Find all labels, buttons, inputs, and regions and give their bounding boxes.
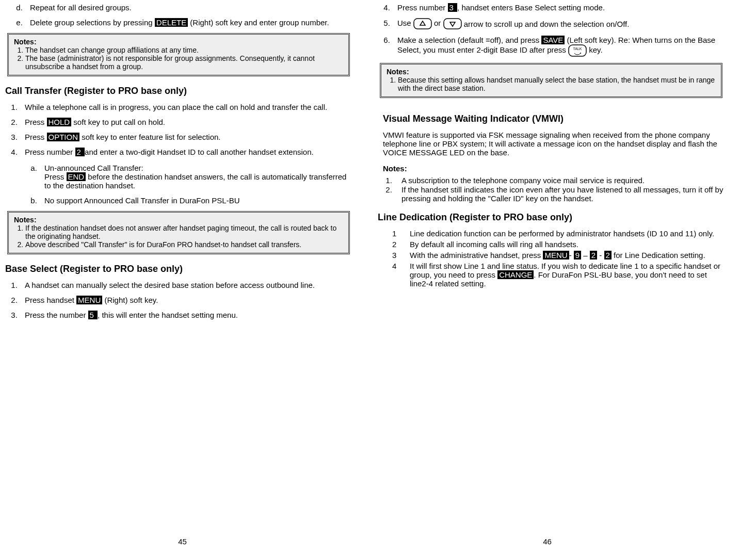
text: and enter a two-digit Handset ID to call… — [85, 148, 314, 156]
text: By default all incoming calls will ring … — [410, 240, 578, 249]
notes-title: Notes: — [14, 216, 343, 224]
num: 4 — [392, 262, 410, 288]
vmwi-note-2: If the handset still indicates the icon … — [394, 185, 725, 203]
bs-step-5: Use or arrow to scroll up and down the s… — [392, 18, 725, 29]
vmwi-notes-title: Notes: — [383, 164, 725, 173]
notes-box-2: Notes: If the destination handset does n… — [7, 211, 350, 254]
text: Press number — [25, 148, 75, 156]
text: Line dedication function can be performe… — [410, 229, 714, 238]
option-key: OPTION — [47, 133, 80, 141]
save-key: SAVE — [541, 36, 565, 44]
text: Press — [44, 172, 67, 181]
bs-step-1: A handset can manually select the desire… — [20, 281, 352, 289]
vmwi-section: Visual Message Waiting Indicator (VMWI) … — [378, 114, 725, 203]
ct-step-4a: Un-announced Call Transfer: Press END be… — [39, 164, 352, 190]
heading-call-transfer: Call Transfer (Register to PRO base only… — [5, 86, 352, 96]
note-2: Above described "Call Transfer" is for D… — [25, 240, 343, 249]
notes-list: Because this setting allows handset manu… — [387, 76, 716, 92]
key-2b: 2 — [604, 251, 612, 260]
talk-key-icon: TALK — [568, 44, 587, 57]
heading-vmwi: Visual Message Waiting Indicator (VMWI) — [383, 114, 725, 124]
page-number-left: 45 — [0, 537, 365, 546]
base-select-steps-continued: Press number 3 , handset enters Base Sel… — [378, 3, 725, 57]
svg-text:TALK: TALK — [573, 47, 582, 51]
page-right: Press number 3 , handset enters Base Sel… — [365, 0, 730, 551]
hold-key: HOLD — [47, 118, 72, 126]
text: Delete group selections by pressing — [30, 18, 155, 27]
text: Make a selection (default =off), and pre… — [397, 36, 541, 44]
text: Un-announced Call Transfer: — [44, 164, 143, 172]
vmwi-note-1: A subscription to the telephone company … — [394, 176, 725, 185]
text: Press — [25, 133, 47, 141]
notes-title: Notes: — [387, 68, 716, 76]
notes-title: Notes: — [14, 38, 343, 46]
text: - — [569, 251, 574, 260]
heading-base-select: Base Select (Register to PRO base only) — [5, 264, 352, 274]
text: Press the number — [25, 311, 88, 319]
bs-step-2: Press handset MENU (Right) soft key. — [20, 296, 352, 304]
vmwi-notes-list: A subscription to the telephone company … — [383, 176, 725, 203]
menu-key: MENU — [76, 296, 102, 304]
key-5: 5 — [88, 311, 98, 319]
line-dedication-steps: 1Line dedication function can be perform… — [378, 229, 725, 288]
text: – — [581, 251, 590, 260]
vmwi-paragraph: VMWI feature is supported via FSK messag… — [383, 131, 725, 157]
key-3: 3 — [448, 3, 458, 12]
num: 3 — [392, 251, 410, 260]
bs-step-6: Make a selection (default =off), and pre… — [392, 36, 725, 57]
call-transfer-steps: While a telephone call is in progress, y… — [5, 103, 352, 205]
ld-step-3: 3 With the administrative handset, press… — [392, 251, 725, 260]
notes-box-3: Notes: Because this setting allows hands… — [380, 63, 722, 98]
text-wrap: It will first show Line 1 and line statu… — [410, 262, 725, 288]
num: 1 — [392, 229, 410, 238]
delete-key: DELETE — [155, 18, 188, 27]
note-1: If the destination handset does not answ… — [25, 224, 343, 240]
text: key. — [589, 45, 602, 54]
group-steps-continued: Repeat for all desired groups. Delete gr… — [5, 3, 352, 27]
text: for Line Dedication setting. — [612, 251, 705, 260]
note-1: The handset can change group affiliation… — [25, 46, 343, 54]
change-key: CHANGE — [497, 270, 534, 279]
notes-list: If the destination handset does not answ… — [14, 224, 343, 249]
key-2: 2 — [75, 148, 85, 156]
ct-step-1: While a telephone call is in progress, y… — [20, 103, 352, 111]
page-left: Repeat for all desired groups. Delete gr… — [0, 0, 365, 551]
text: - — [597, 251, 604, 260]
key-2: 2 — [590, 251, 597, 260]
bs-step-3: Press the number 5 , this will enter the… — [20, 311, 352, 319]
text: Press handset — [25, 296, 76, 304]
end-key: END — [67, 172, 86, 181]
text: , handset enters Base Select setting mod… — [457, 3, 605, 12]
svg-rect-1 — [444, 19, 461, 29]
ct-step-4b: No support Announced Call Transfer in Du… — [39, 196, 352, 205]
text: (Right) soft key and enter group number. — [188, 18, 329, 27]
text: or — [434, 19, 443, 27]
page-number-right: 46 — [365, 537, 730, 546]
ld-step-1: 1Line dedication function can be perform… — [392, 229, 725, 238]
notes-list: The handset can change group affiliation… — [14, 46, 343, 71]
text: soft key to enter feature list for selec… — [79, 133, 220, 141]
ct-step-4: Press number 2 and enter a two-digit Han… — [20, 148, 352, 205]
text: arrow to scroll up and down the selectio… — [464, 20, 630, 28]
num: 2 — [392, 240, 410, 249]
step-e: Delete group selections by pressing DELE… — [25, 18, 352, 27]
text: Use — [397, 19, 413, 27]
heading-line-dedication: Line Dedication (Register to PRO base on… — [378, 212, 725, 223]
ct-step-3: Press OPTION soft key to enter feature l… — [20, 133, 352, 141]
ct-substeps: Un-announced Call Transfer: Press END be… — [25, 164, 352, 205]
text: With the administrative handset, press — [410, 251, 543, 260]
text: Press number — [397, 3, 448, 12]
up-arrow-key-icon — [413, 18, 432, 29]
note-2: The base (administrator) is not responsi… — [25, 54, 343, 71]
notes-box-1: Notes: The handset can change group affi… — [7, 33, 350, 76]
key-9: 9 — [574, 251, 581, 260]
ct-step-2: Press HOLD soft key to put call on hold. — [20, 118, 352, 126]
text: , this will enter the handset setting me… — [98, 311, 238, 319]
svg-point-4 — [580, 53, 581, 54]
text: before the destination handset answers, … — [44, 172, 346, 190]
svg-rect-0 — [414, 19, 431, 29]
ld-step-2: 2By default all incoming calls will ring… — [392, 240, 725, 249]
base-select-steps: A handset can manually select the desire… — [5, 281, 352, 319]
note-1: Because this setting allows handset manu… — [398, 76, 716, 92]
ld-step-4: 4 It will first show Line 1 and line sta… — [392, 262, 725, 288]
